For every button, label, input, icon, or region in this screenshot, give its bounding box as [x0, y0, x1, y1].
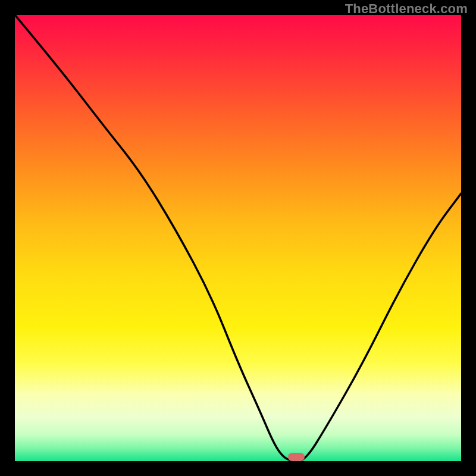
plot-area [15, 15, 461, 461]
optimal-marker [288, 453, 305, 461]
chart-frame: TheBottleneck.com [0, 0, 476, 476]
bottleneck-curve [15, 15, 461, 461]
attribution-text: TheBottleneck.com [345, 1, 468, 17]
curve-layer [15, 15, 461, 461]
